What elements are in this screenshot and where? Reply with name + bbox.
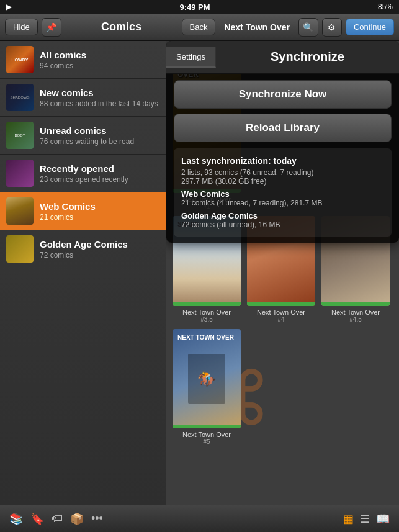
list-view-icon[interactable]: ☰ — [360, 512, 370, 526]
sidebar-subtitle-golden: 72 comics — [40, 251, 159, 259]
content-area: ⌘ NEXTTOWNOVER Next Town Over #1 Setting… — [166, 41, 399, 505]
sidebar-text-all: All comics 94 comics — [40, 50, 159, 70]
sidebar-text-recent: Recently opened 23 comics opened recentl… — [40, 163, 159, 184]
status-bar: ▶ 9:49 PM 85% — [0, 0, 399, 14]
sidebar-item-recent[interactable]: Recently opened 23 comics opened recentl… — [0, 155, 166, 192]
sidebar-title-recent: Recently opened — [40, 163, 159, 174]
sidebar-subtitle-recent: 23 comics opened recently — [40, 175, 159, 184]
sidebar-item-all[interactable]: HOWDY All comics 94 comics — [0, 41, 166, 79]
sidebar-title-new: New comics — [40, 88, 159, 98]
sidebar-text-golden: Golden Age Comics 72 comics — [40, 239, 159, 259]
comic-num-35: #3.5 — [200, 316, 212, 323]
sidebar-text-unread: Unread comics 76 comics waiting to be re… — [40, 125, 159, 146]
reload-library-button[interactable]: Reload Library — [174, 114, 392, 142]
sidebar-text-web: Web Comics 21 comics — [40, 201, 159, 222]
settings-tab[interactable]: Settings — [166, 47, 216, 68]
sidebar-item-web[interactable]: Web Comics 21 comics — [0, 192, 166, 230]
page-title: Comics — [61, 20, 182, 34]
reading-view-icon[interactable]: 📖 — [376, 512, 390, 526]
sidebar-subtitle-unread: 76 comics waiting to be read — [40, 137, 159, 146]
sidebar-subtitle-all: 94 comics — [40, 61, 159, 70]
sidebar-subtitle-new: 88 comics added in the last 14 days — [40, 99, 159, 108]
sidebar-thumb-unread: BODY — [6, 122, 34, 149]
continue-button[interactable]: Continue — [346, 19, 394, 35]
sidebar-thumb-golden — [6, 235, 34, 263]
library-icon[interactable]: 📚 — [9, 512, 23, 526]
sidebar-title-unread: Unread comics — [40, 125, 159, 136]
sync-now-button[interactable]: Synchronize Now — [174, 80, 392, 109]
sidebar-thumb-new: SHADOWS — [6, 84, 34, 111]
top-row: NEXTTOWNOVER Next Town Over #1 Settings … — [166, 41, 399, 210]
bottom-left: 📚 🔖 🏷 📦 ••• — [9, 512, 103, 526]
book-title: Next Town Over — [219, 22, 295, 32]
comic-title-45: Next Town Over — [331, 309, 380, 316]
comic-title-4: Next Town Over — [257, 309, 305, 316]
comic-title-35: Next Town Over — [182, 309, 231, 316]
sidebar-item-golden[interactable]: Golden Age Comics 72 comics — [0, 230, 166, 268]
sidebar-item-unread[interactable]: BODY Unread comics 76 comics waiting to … — [0, 117, 166, 155]
battery-label: 85% — [378, 2, 393, 11]
sidebar-title-all: All comics — [40, 50, 159, 60]
nav-right: Back Next Town Over 🔍 ⚙ Continue — [182, 18, 395, 37]
collections-icon[interactable]: 📦 — [70, 512, 84, 526]
main-layout: HOWDY All comics 94 comics SHADOWS New c… — [0, 41, 399, 505]
bottom-right: ▦ ☰ 📖 — [343, 512, 390, 526]
sidebar-title-web: Web Comics — [40, 201, 159, 212]
sync-header: Settings Synchronize — [166, 41, 399, 74]
hide-button[interactable]: Hide — [5, 19, 38, 35]
comic-num-4: #4 — [277, 316, 284, 323]
back-button[interactable]: Back — [182, 19, 216, 35]
sync-info-sub: 2 lists, 93 comics (76 unread, 7 reading… — [181, 168, 384, 186]
sync-golden-sub: 72 comics (all unread), 16 MB — [181, 220, 384, 229]
settings-button[interactable]: ⚙ — [322, 18, 342, 37]
sync-golden-title: Golden Age Comics — [181, 211, 384, 220]
sidebar: HOWDY All comics 94 comics SHADOWS New c… — [0, 41, 166, 505]
sidebar-thumb-recent — [6, 160, 34, 187]
bottom-bar: 📚 🔖 🏷 📦 ••• ▦ ☰ 📖 — [0, 505, 399, 532]
signal-icon: ▶ — [6, 2, 12, 11]
comic-thumb-5: NEXT TOWN OVER 🏇 — [173, 329, 241, 428]
bookmarks-icon[interactable]: 🔖 — [30, 512, 44, 526]
gear-icon: ⚙ — [328, 22, 336, 32]
sidebar-item-new[interactable]: SHADOWS New comics 88 comics added in th… — [0, 79, 166, 117]
comic-num-45: #4.5 — [349, 316, 361, 323]
more-icon[interactable]: ••• — [91, 512, 103, 525]
status-right: 85% — [378, 2, 393, 11]
status-time: 9:49 PM — [179, 2, 210, 12]
sidebar-text-new: New comics 88 comics added in the last 1… — [40, 88, 159, 108]
comic-cell-5[interactable]: NEXT TOWN OVER 🏇 Next Town Over #5 — [173, 329, 241, 445]
sync-info-title: Last synchronization: today — [181, 156, 384, 166]
sidebar-subtitle-web: 21 comics — [40, 213, 159, 222]
search-icon: 🔍 — [303, 22, 313, 32]
sync-info: Last synchronization: today 2 lists, 93 … — [174, 148, 392, 237]
status-left: ▶ — [6, 2, 12, 11]
tags-icon[interactable]: 🏷 — [52, 512, 63, 525]
sync-web-title: Web Comics — [181, 189, 384, 199]
sync-panel: Settings Synchronize Synchronize Now Rel… — [166, 41, 399, 243]
pin-button[interactable]: 📌 — [42, 18, 61, 37]
search-button[interactable]: 🔍 — [298, 18, 318, 37]
nav-left: Hide 📌 — [5, 18, 61, 37]
sidebar-thumb-web — [6, 197, 34, 225]
nav-bar: Hide 📌 Comics Back Next Town Over 🔍 ⚙ Co… — [0, 14, 399, 41]
sync-title: Synchronize — [216, 41, 399, 73]
grid-view-icon[interactable]: ▦ — [343, 512, 354, 526]
pin-icon: 📌 — [46, 22, 56, 32]
sync-web-sub: 21 comics (4 unread, 7 reading), 281.7 M… — [181, 199, 384, 207]
sidebar-title-golden: Golden Age Comics — [40, 239, 159, 250]
sidebar-thumb-all: HOWDY — [6, 46, 34, 73]
